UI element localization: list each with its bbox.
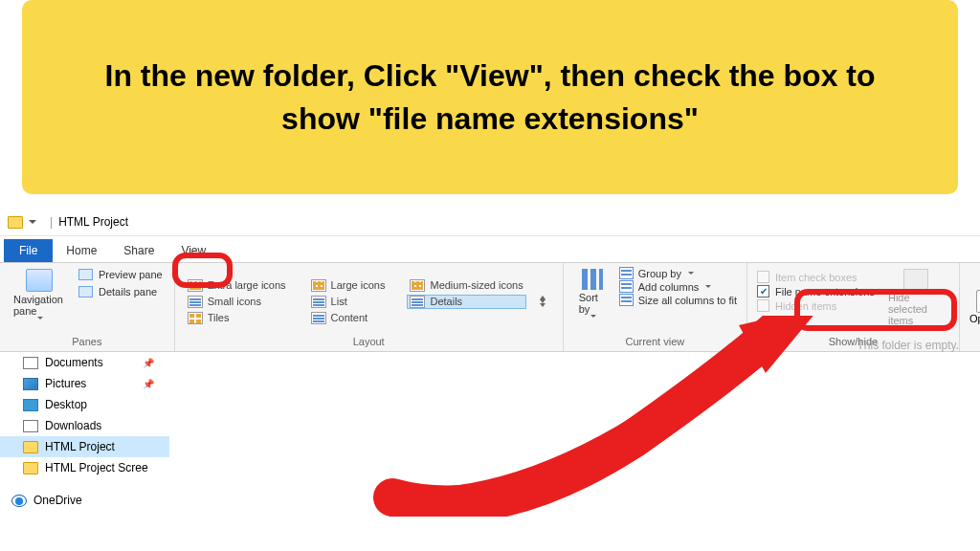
tab-view[interactable]: View xyxy=(167,239,219,262)
chevron-down-icon xyxy=(705,285,711,288)
instruction-text: In the new folder, Click "View", then ch… xyxy=(70,55,910,141)
hide-items-icon xyxy=(903,269,928,290)
empty-folder-message: This folder is empty. xyxy=(858,339,959,352)
checkbox-icon xyxy=(757,271,769,283)
add-columns-button[interactable]: Add columns xyxy=(619,280,737,293)
layout-large-icons[interactable]: Large icons xyxy=(308,278,389,293)
size-all-columns-button[interactable]: Size all columns to fit xyxy=(619,294,737,306)
panes-group-label: Panes xyxy=(10,336,165,349)
navigation-pane-icon xyxy=(26,269,53,292)
tiles-icon xyxy=(188,312,203,324)
details-pane-button[interactable]: Details pane xyxy=(77,284,165,299)
folder-icon xyxy=(23,441,38,453)
sidebar-item-html-project[interactable]: HTML Project xyxy=(0,436,169,457)
content-icon xyxy=(311,312,326,324)
folder-icon xyxy=(8,216,23,229)
details-pane-icon xyxy=(78,286,93,298)
tab-share[interactable]: Share xyxy=(110,239,167,262)
options-icon xyxy=(976,290,980,313)
sidebar-item-pictures[interactable]: Pictures📌 xyxy=(0,373,169,394)
layout-details[interactable]: Details xyxy=(407,295,525,309)
file-explorer-window: | HTML Project File Home Share View Navi… xyxy=(0,209,980,534)
layout-medium-icons[interactable]: Medium-sized icons xyxy=(407,278,525,293)
ribbon-tabs: File Home Share View xyxy=(0,236,980,263)
add-columns-icon xyxy=(619,280,634,293)
checkbox-checked-icon: ✔ xyxy=(757,285,769,298)
documents-icon xyxy=(23,357,38,369)
downloads-icon xyxy=(23,420,38,432)
tab-home[interactable]: Home xyxy=(53,239,110,262)
folder-icon xyxy=(23,462,38,474)
layout-content[interactable]: Content xyxy=(308,311,389,325)
navigation-pane-label: Navigation pane xyxy=(13,294,65,317)
preview-pane-label: Preview pane xyxy=(99,269,163,280)
hide-selected-items-button: Hide selected items xyxy=(882,267,949,336)
group-by-button[interactable]: Group by xyxy=(619,267,737,279)
medium-icons-icon xyxy=(410,279,425,292)
navigation-pane-button[interactable]: Navigation pane xyxy=(10,267,69,336)
list-icon xyxy=(311,296,326,308)
current-view-group-label: Current view xyxy=(573,336,737,349)
instruction-banner: In the new folder, Click "View", then ch… xyxy=(22,0,958,194)
explorer-body: Documents📌 Pictures📌 Desktop Downloads H… xyxy=(0,352,980,534)
checkbox-icon xyxy=(757,299,769,312)
options-label: Options xyxy=(969,313,980,324)
group-by-icon xyxy=(619,267,634,279)
quick-access-dropdown-icon[interactable] xyxy=(29,220,36,224)
onedrive-icon xyxy=(11,495,27,507)
sort-by-button[interactable]: Sort by xyxy=(573,267,612,336)
large-icons-icon xyxy=(311,279,326,292)
pictures-icon xyxy=(23,378,38,390)
group-layout: Extra large icons Large icons Medium-siz… xyxy=(175,263,564,351)
sidebar-item-downloads[interactable]: Downloads xyxy=(0,415,169,436)
sidebar-item-html-project-scree[interactable]: HTML Project Scree xyxy=(0,457,169,478)
options-button[interactable]: Options xyxy=(960,263,980,351)
sort-by-label: Sort by xyxy=(579,292,606,315)
sidebar-item-onedrive[interactable]: OneDrive xyxy=(0,490,169,511)
details-icon xyxy=(410,296,425,308)
item-check-boxes-checkbox[interactable]: Item check boxes xyxy=(757,271,875,283)
group-current-view: Sort by Group by Add columns Size all co… xyxy=(564,263,747,351)
pin-icon: 📌 xyxy=(143,358,154,368)
small-icons-icon xyxy=(188,296,203,308)
layout-extra-large-icons[interactable]: Extra large icons xyxy=(185,278,289,293)
size-columns-icon xyxy=(619,294,634,306)
details-pane-label: Details pane xyxy=(99,286,157,298)
layout-expand-icon[interactable] xyxy=(540,303,546,307)
extra-large-icons-icon xyxy=(188,279,203,292)
layout-list[interactable]: List xyxy=(308,295,389,309)
tab-file[interactable]: File xyxy=(4,239,53,262)
window-title: HTML Project xyxy=(58,215,128,229)
layout-small-icons[interactable]: Small icons xyxy=(185,295,289,309)
pin-icon: 📌 xyxy=(143,379,154,389)
file-name-extensions-checkbox[interactable]: ✔File name extensions xyxy=(757,285,875,298)
preview-pane-button[interactable]: Preview pane xyxy=(77,267,165,282)
group-panes: Navigation pane Preview pane Details pan… xyxy=(0,263,175,351)
window-titlebar: | HTML Project xyxy=(0,209,980,236)
sidebar-item-desktop[interactable]: Desktop xyxy=(0,394,169,415)
navigation-sidebar: Documents📌 Pictures📌 Desktop Downloads H… xyxy=(0,352,169,534)
layout-group-label: Layout xyxy=(185,336,553,349)
ribbon-view: Navigation pane Preview pane Details pan… xyxy=(0,263,980,352)
hidden-items-checkbox[interactable]: Hidden items xyxy=(757,299,875,312)
title-separator: | xyxy=(50,215,53,229)
chevron-down-icon xyxy=(37,317,43,320)
hide-selected-label: Hide selected items xyxy=(888,292,944,326)
preview-pane-icon xyxy=(78,269,93,280)
sidebar-item-documents[interactable]: Documents📌 xyxy=(0,352,169,373)
chevron-down-icon xyxy=(688,272,694,275)
chevron-down-icon xyxy=(590,315,596,318)
layout-tiles[interactable]: Tiles xyxy=(185,311,289,325)
sort-icon xyxy=(582,269,603,290)
desktop-icon xyxy=(23,399,38,411)
content-pane: This folder is empty. xyxy=(169,352,980,534)
